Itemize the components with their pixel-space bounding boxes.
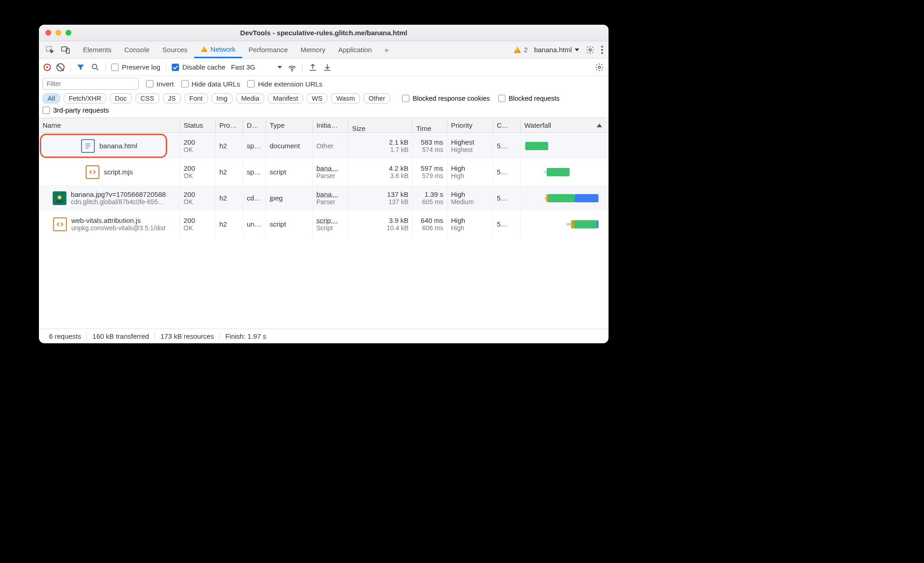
- col-name[interactable]: Name: [39, 118, 180, 132]
- col-priority[interactable]: Priority: [447, 118, 493, 132]
- status-bar: 6 requests 160 kB transferred 173 kB res…: [39, 329, 609, 343]
- type-filter-media[interactable]: Media: [236, 93, 265, 103]
- disable-cache-checkbox[interactable]: Disable cache: [172, 63, 225, 71]
- cell-type: script: [266, 211, 313, 237]
- cell-name: banana.html: [39, 133, 180, 159]
- preserve-log-checkbox[interactable]: Preserve log: [111, 63, 160, 71]
- panel-tabs: ElementsConsoleSourcesNetworkPerformance…: [39, 41, 609, 59]
- cell-domain: un…: [243, 211, 266, 237]
- table-row[interactable]: banana.html200OKh2sp…documentOther2.1 kB…: [39, 133, 609, 159]
- more-tabs-button[interactable]: »: [378, 41, 395, 58]
- traffic-lights: [39, 30, 71, 36]
- blocked-requests-checkbox[interactable]: Blocked requests: [498, 95, 560, 102]
- table-row[interactable]: script.mjs200OKh2sp…scriptbana…Parser4.2…: [39, 159, 609, 185]
- tab-sources[interactable]: Sources: [156, 41, 194, 58]
- type-filter-js[interactable]: JS: [163, 93, 181, 103]
- more-options-icon[interactable]: [601, 46, 603, 54]
- clear-button[interactable]: [56, 63, 65, 71]
- col-initiator[interactable]: Initia…: [313, 118, 348, 132]
- status-finish: Finish: 1.97 s: [220, 332, 272, 340]
- type-filter-fetchxhr[interactable]: Fetch/XHR: [64, 93, 106, 103]
- cell-name: banana.jpg?v=1705668720588cdn.glitch.glo…: [39, 185, 180, 211]
- type-filter-other[interactable]: Other: [364, 93, 390, 103]
- blocked-cookies-checkbox[interactable]: Blocked response cookies: [402, 95, 489, 102]
- cell-protocol: h2: [216, 211, 243, 237]
- type-filter-manifest[interactable]: Manifest: [268, 93, 303, 103]
- filter-toggle-icon[interactable]: [76, 63, 85, 72]
- svg-point-4: [92, 64, 97, 69]
- col-time[interactable]: Time: [413, 118, 447, 132]
- warnings-badge[interactable]: 2: [514, 46, 527, 54]
- record-button[interactable]: [43, 64, 51, 71]
- network-conditions-icon[interactable]: [288, 63, 297, 72]
- export-har-icon[interactable]: [308, 63, 317, 72]
- col-status[interactable]: Status: [180, 118, 216, 132]
- cell-priority: HighHigh: [447, 159, 493, 185]
- cell-name: web-vitals.attribution.jsunpkg.com/web-v…: [39, 211, 180, 237]
- cell-type: script: [266, 159, 313, 185]
- window-title: DevTools - speculative-rules.glitch.me/b…: [39, 29, 609, 37]
- cell-type: jpeg: [266, 185, 313, 211]
- status-transferred: 160 kB transferred: [87, 332, 155, 340]
- cell-initiator: bana…Parser: [313, 185, 348, 211]
- target-context-selector[interactable]: banana.html: [534, 46, 579, 54]
- table-row[interactable]: web-vitals.attribution.jsunpkg.com/web-v…: [39, 211, 609, 237]
- network-settings-icon[interactable]: [595, 63, 604, 72]
- tab-memory[interactable]: Memory: [294, 41, 332, 58]
- type-filter-wasm[interactable]: Wasm: [331, 93, 360, 103]
- col-waterfall[interactable]: Waterfall: [521, 118, 609, 132]
- search-icon[interactable]: [91, 63, 100, 72]
- zoom-icon[interactable]: [65, 30, 71, 36]
- svg-point-11: [58, 195, 61, 199]
- network-toolbar: Preserve log Disable cache Fast 3G: [39, 59, 609, 76]
- close-icon[interactable]: [45, 30, 51, 36]
- cell-time: 583 ms574 ms: [413, 133, 447, 159]
- minimize-icon[interactable]: [55, 30, 61, 36]
- col-protocol[interactable]: Pro…: [216, 118, 243, 132]
- type-filter-ws[interactable]: WS: [307, 93, 327, 103]
- col-type[interactable]: Type: [266, 118, 313, 132]
- cell-priority: HighMedium: [447, 185, 493, 211]
- cell-type: document: [266, 133, 313, 159]
- tab-network[interactable]: Network: [194, 41, 242, 58]
- cell-initiator: bana…Parser: [313, 159, 348, 185]
- type-filter-img[interactable]: Img: [212, 93, 233, 103]
- table-row[interactable]: banana.jpg?v=1705668720588cdn.glitch.glo…: [39, 185, 609, 211]
- inspect-element-icon[interactable]: [45, 45, 54, 54]
- tab-console[interactable]: Console: [118, 41, 156, 58]
- tab-elements[interactable]: Elements: [76, 41, 118, 58]
- hide-extension-urls-checkbox[interactable]: Hide extension URLs: [247, 80, 322, 88]
- cell-domain: sp…: [243, 159, 266, 185]
- script-icon: [86, 165, 99, 179]
- col-domain[interactable]: D…: [243, 118, 266, 132]
- col-size[interactable]: Size: [348, 118, 413, 132]
- cell-connection: 5…: [493, 159, 521, 185]
- settings-icon[interactable]: [586, 45, 595, 54]
- cell-protocol: h2: [216, 133, 243, 159]
- cell-priority: HighestHighest: [447, 133, 493, 159]
- invert-checkbox[interactable]: Invert: [146, 80, 174, 88]
- device-toolbar-icon[interactable]: [61, 45, 70, 54]
- throttling-selector[interactable]: Fast 3G: [231, 63, 282, 71]
- cell-size: 3.9 kB10.4 kB: [348, 211, 413, 237]
- type-filter-css[interactable]: CSS: [136, 93, 159, 103]
- third-party-checkbox[interactable]: 3rd-party requests: [43, 106, 109, 114]
- type-filter-font[interactable]: Font: [185, 93, 208, 103]
- import-har-icon[interactable]: [323, 63, 332, 72]
- svg-point-3: [589, 49, 592, 51]
- col-connection[interactable]: C…: [493, 118, 521, 132]
- hide-data-urls-checkbox[interactable]: Hide data URLs: [181, 80, 240, 88]
- filter-input[interactable]: [43, 78, 139, 90]
- cell-status: 200OK: [180, 159, 216, 185]
- tab-application[interactable]: Application: [332, 41, 378, 58]
- cell-initiator: Other: [313, 133, 348, 159]
- cell-connection: 5…: [493, 211, 521, 237]
- waterfall-cell: [524, 214, 605, 234]
- third-party-row: 3rd-party requests: [39, 106, 609, 118]
- type-filter-doc[interactable]: Doc: [110, 93, 132, 103]
- cell-initiator: scrip…Script: [313, 211, 348, 237]
- cell-size: 2.1 kB1.7 kB: [348, 133, 413, 159]
- chevron-down-icon: [277, 66, 282, 69]
- tab-performance[interactable]: Performance: [242, 41, 294, 58]
- type-filter-all[interactable]: All: [43, 93, 60, 103]
